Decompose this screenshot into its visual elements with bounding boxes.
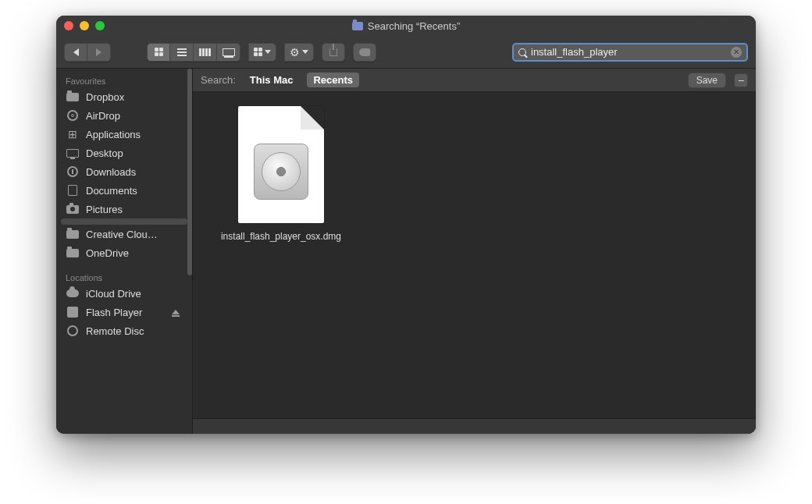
grid-icon (155, 48, 163, 56)
sidebar-item-downloads[interactable]: Downloads (56, 162, 192, 181)
columns-icon (199, 48, 211, 56)
tag-icon (359, 48, 370, 56)
airdrop-icon (66, 109, 80, 122)
sidebar-item-label: Flash Player (86, 307, 142, 318)
save-search-button[interactable]: Save (688, 73, 726, 88)
group-icon (254, 48, 262, 56)
search-scope-bar: Search: This Mac Recents Save − (193, 69, 756, 92)
scope-label: Search: (201, 74, 236, 86)
desktop-icon (66, 147, 80, 159)
search-field[interactable]: ✕ (512, 43, 748, 62)
content-area: Search: This Mac Recents Save − install_… (193, 69, 756, 434)
back-button[interactable] (64, 43, 87, 62)
chevron-down-icon (265, 50, 271, 54)
sidebar-item-flash-player[interactable]: Flash Player (56, 303, 192, 321)
sidebar-item-label: AirDrop (86, 110, 120, 122)
gear-icon: ⚙ (290, 46, 300, 59)
traffic-lights (64, 21, 105, 30)
tags-button[interactable] (353, 43, 376, 62)
maximize-button[interactable] (95, 21, 105, 30)
sidebar-item-label: Documents (86, 185, 137, 197)
drive-icon (66, 306, 80, 318)
close-button[interactable] (64, 21, 73, 30)
sidebar-item-pictures[interactable]: Pictures (56, 200, 192, 218)
downloads-icon (66, 165, 80, 178)
sidebar-item-onedrive[interactable]: OneDrive (56, 243, 192, 262)
minimize-button[interactable] (80, 21, 89, 30)
dmg-file-icon (238, 106, 324, 223)
folder-icon (66, 228, 80, 240)
file-item[interactable]: install_flash_player_osx.dmg (207, 106, 355, 242)
view-gallery-button[interactable] (217, 43, 240, 62)
eject-button[interactable] (169, 306, 183, 318)
view-list-button[interactable] (170, 43, 194, 62)
pictures-icon (66, 203, 80, 215)
nav-buttons (64, 43, 111, 62)
folder-icon (66, 91, 80, 103)
scrollbar[interactable] (187, 69, 192, 275)
folder-icon (352, 22, 363, 30)
sidebar-item-label: OneDrive (86, 247, 129, 259)
chevron-left-icon (73, 48, 79, 56)
clear-search-button[interactable]: ✕ (731, 47, 742, 58)
action-menu[interactable]: ⚙ (284, 43, 314, 62)
gallery-icon (223, 48, 235, 56)
list-icon (177, 48, 187, 56)
sidebar-item-label: Downloads (86, 166, 136, 178)
sidebar: Favourites Dropbox AirDrop ⊞ Application… (56, 69, 193, 434)
disk-icon (254, 144, 308, 200)
scope-recents[interactable]: Recents (307, 73, 359, 87)
share-button[interactable] (322, 43, 345, 62)
titlebar: Searching “Recents” (56, 16, 756, 36)
group-menu[interactable] (248, 43, 276, 62)
view-icons-button[interactable] (147, 43, 170, 62)
documents-icon (66, 184, 80, 197)
finder-window: Searching “Recents” ⚙ ✕ (56, 16, 756, 434)
toolbar: ⚙ ✕ (56, 36, 756, 69)
sidebar-section-favourites: Favourites (56, 73, 192, 87)
sidebar-item-icloud[interactable]: iCloud Drive (56, 284, 192, 303)
results-grid: install_flash_player_osx.dmg (193, 92, 756, 418)
share-icon (329, 48, 337, 56)
chevron-down-icon (302, 50, 308, 54)
sidebar-item-creative-cloud[interactable]: Creative Clou… (56, 225, 192, 243)
sidebar-item-label: Creative Clou… (86, 229, 158, 240)
sidebar-item-label: Applications (86, 129, 141, 140)
sidebar-item-label: Remote Disc (86, 325, 144, 337)
view-segmented (147, 43, 240, 62)
sidebar-item-label: Desktop (86, 147, 123, 159)
search-input[interactable] (531, 46, 726, 58)
sidebar-item-airdrop[interactable]: AirDrop (56, 106, 192, 125)
sidebar-item-desktop[interactable]: Desktop (56, 144, 192, 162)
folder-icon (66, 247, 80, 259)
search-icon (518, 48, 526, 56)
sidebar-item-applications[interactable]: ⊞ Applications (56, 125, 192, 144)
status-bar (193, 418, 756, 434)
view-columns-button[interactable] (194, 43, 217, 62)
file-name-label: install_flash_player_osx.dmg (221, 231, 341, 242)
disc-icon (66, 325, 80, 337)
sidebar-section-locations: Locations (56, 270, 192, 284)
window-title-text: Searching “Recents” (368, 20, 461, 32)
sidebar-item-label: Dropbox (86, 91, 124, 103)
cloud-icon (66, 287, 80, 300)
sidebar-item-dropbox[interactable]: Dropbox (56, 87, 192, 106)
chevron-right-icon (96, 48, 102, 56)
window-title: Searching “Recents” (56, 20, 756, 32)
remove-criteria-button[interactable]: − (734, 73, 748, 87)
scope-this-mac[interactable]: This Mac (244, 73, 300, 87)
sidebar-item-label: iCloud Drive (86, 288, 141, 300)
applications-icon: ⊞ (66, 128, 80, 140)
sidebar-item-remote-disc[interactable]: Remote Disc (56, 321, 192, 340)
sidebar-item-documents[interactable]: Documents (56, 181, 192, 200)
sidebar-item-label: Pictures (86, 204, 123, 215)
forward-button[interactable] (87, 43, 111, 62)
sidebar-item-blank[interactable] (61, 218, 187, 225)
